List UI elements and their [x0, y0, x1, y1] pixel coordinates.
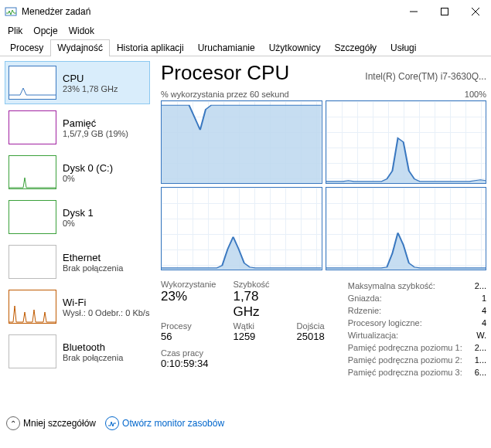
label-processes: Procesy: [161, 321, 216, 331]
stats: Wykorzystanie 23% Szybkość 1,78 GHz Proc…: [161, 280, 486, 378]
content: CPU 23% 1,78 GHz Pamięć 1,5/7,9 GB (19%)…: [0, 56, 491, 412]
k-virt: Wirtualizacja:: [348, 329, 398, 341]
window-title: Menedżer zadań: [22, 6, 398, 17]
label-uptime: Czas pracy: [161, 348, 325, 358]
k-cores: Rdzenie:: [348, 304, 381, 317]
thumb-memory: [9, 110, 56, 144]
sidebar-disk1-sub: 0%: [63, 219, 94, 228]
label-threads: Wątki: [233, 321, 279, 331]
cpu-chart-1[interactable]: [326, 100, 487, 184]
k-sockets: Gniazda:: [348, 292, 382, 304]
tab-services[interactable]: Usługi: [384, 39, 423, 56]
sidebar-item-memory[interactable]: Pamięć 1,5/7,9 GB (19%): [5, 106, 150, 149]
tab-users[interactable]: Użytkownicy: [262, 39, 328, 56]
value-utilization: 23%: [161, 289, 216, 304]
sidebar-item-cpu[interactable]: CPU 23% 1,78 GHz: [5, 61, 150, 104]
cpu-chart-0[interactable]: [161, 100, 322, 184]
tab-apphistory[interactable]: Historia aplikacji: [110, 39, 191, 56]
sidebar-eth-sub: Brak połączenia: [63, 263, 123, 273]
sidebar-disk1-name: Dysk 1: [63, 207, 94, 219]
v-l1: 2...: [475, 341, 486, 354]
label-handles: Dojścia: [297, 321, 325, 331]
k-maxspeed: Maksymalna szybkość:: [348, 280, 435, 292]
sidebar-item-bluetooth[interactable]: Bluetooth Brak połączenia: [5, 330, 150, 373]
label-speed: Szybkość: [233, 280, 279, 289]
value-speed: 1,78 GHz: [233, 289, 279, 320]
svg-marker-7: [162, 237, 322, 270]
value-threads: 1259: [233, 331, 279, 342]
value-processes: 56: [161, 331, 216, 342]
chevron-up-icon: ⌃: [6, 416, 20, 430]
app-icon: [5, 5, 17, 18]
cpu-chart-3[interactable]: [326, 187, 487, 270]
cpu-chart-grid: [161, 100, 486, 270]
fewer-details-label: Mniej szczegółów: [23, 418, 96, 429]
svg-marker-5: [162, 105, 322, 183]
tabbar: Procesy Wydajność Historia aplikacji Uru…: [0, 39, 491, 56]
sidebar-bt-name: Bluetooth: [63, 341, 123, 353]
k-l1: Pamięć podręczna poziomu 1:: [348, 341, 462, 354]
v-l3: 6...: [475, 366, 486, 378]
tab-startup[interactable]: Uruchamianie: [191, 39, 262, 56]
resource-monitor-button[interactable]: Otwórz monitor zasobów: [105, 416, 224, 430]
v-cores: 4: [482, 304, 486, 317]
menu-options[interactable]: Opcje: [29, 24, 62, 38]
cpu-chart-2[interactable]: [161, 187, 322, 270]
detail-title: Procesor CPU: [161, 61, 289, 85]
fewer-details-button[interactable]: ⌃ Mniej szczegółów: [6, 416, 96, 430]
k-logical: Procesory logiczne:: [348, 317, 422, 329]
menu-file[interactable]: Plik: [3, 24, 27, 38]
sidebar-item-ethernet[interactable]: Ethernet Brak połączenia: [5, 240, 150, 283]
sidebar-bt-sub: Brak połączenia: [63, 353, 123, 362]
sidebar: CPU 23% 1,78 GHz Pamięć 1,5/7,9 GB (19%)…: [0, 56, 153, 412]
v-sockets: 1: [482, 292, 486, 304]
chart-caption: % wykorzystania przez 60 sekund: [161, 90, 289, 99]
footer: ⌃ Mniej szczegółów Otwórz monitor zasobó…: [0, 412, 491, 435]
v-l2: 1...: [475, 354, 486, 366]
svg-rect-2: [442, 8, 448, 15]
detail-pane: Procesor CPU Intel(R) Core(TM) i7-3630Q.…: [153, 56, 491, 412]
detail-header: Procesor CPU Intel(R) Core(TM) i7-3630Q.…: [161, 61, 486, 85]
cpu-chart-3-svg: [326, 188, 486, 270]
close-button[interactable]: [460, 0, 491, 23]
cpu-chart-1-svg: [326, 101, 486, 183]
sidebar-item-wifi[interactable]: Wi-Fi Wysł.: 0 Odebr.: 0 Kb/s: [5, 285, 150, 328]
chart-max: 100%: [465, 90, 486, 99]
maximize-button[interactable]: [429, 0, 460, 23]
value-handles: 25018: [297, 331, 325, 342]
sidebar-eth-name: Ethernet: [63, 252, 123, 263]
k-l2: Pamięć podręczna poziomu 2:: [348, 354, 462, 366]
detail-model: Intel(R) Core(TM) i7-3630Q...: [365, 71, 486, 82]
cpu-chart-2-svg: [162, 188, 322, 270]
sidebar-item-disk1[interactable]: Dysk 1 0%: [5, 195, 150, 239]
thumb-cpu: [9, 66, 56, 100]
stats-right: Maksymalna szybkość:2... Gniazda:1 Rdzen…: [348, 280, 486, 378]
k-l3: Pamięć podręczna poziomu 3:: [348, 366, 462, 378]
cpu-chart-0-svg: [162, 101, 322, 183]
thumb-disk1: [9, 200, 56, 234]
sidebar-disk0-name: Dysk 0 (C:): [63, 162, 113, 174]
menubar: Plik Opcje Widok: [0, 23, 491, 39]
menu-view[interactable]: Widok: [64, 24, 99, 38]
v-virt: W.: [476, 329, 486, 341]
thumb-disk0: [9, 155, 56, 189]
tab-processes[interactable]: Procesy: [3, 39, 50, 56]
thumb-ethernet: [9, 245, 56, 279]
label-utilization: Wykorzystanie: [161, 280, 216, 289]
sidebar-memory-name: Pamięć: [63, 117, 128, 129]
sidebar-memory-sub: 1,5/7,9 GB (19%): [63, 129, 128, 138]
resource-monitor-icon: [105, 416, 119, 430]
v-maxspeed: 2...: [475, 280, 486, 292]
sidebar-item-disk0[interactable]: Dysk 0 (C:) 0%: [5, 151, 150, 194]
tab-details[interactable]: Szczegóły: [327, 39, 384, 56]
value-uptime: 0:10:59:34: [161, 358, 325, 369]
sidebar-wifi-sub: Wysł.: 0 Odebr.: 0 Kb/s: [63, 308, 149, 317]
sidebar-disk0-sub: 0%: [63, 174, 113, 183]
sidebar-wifi-name: Wi-Fi: [63, 297, 149, 308]
sidebar-cpu-sub: 23% 1,78 GHz: [63, 84, 118, 93]
tab-performance[interactable]: Wydajność: [50, 39, 110, 56]
minimize-button[interactable]: [398, 0, 429, 23]
resource-monitor-label: Otwórz monitor zasobów: [122, 418, 224, 429]
chart-caption-row: % wykorzystania przez 60 sekund 100%: [161, 90, 486, 99]
titlebar: Menedżer zadań: [0, 0, 491, 23]
